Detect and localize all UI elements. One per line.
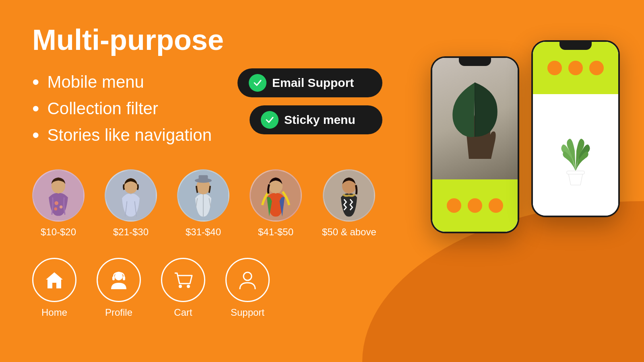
- svg-point-3: [60, 206, 63, 209]
- hand-plant-svg: [447, 78, 503, 159]
- feature-badges: Email Support Sticky menu: [237, 68, 382, 134]
- dot-4: [547, 61, 562, 75]
- price-label-2: $21-$30: [113, 226, 149, 238]
- phones-area: [431, 16, 620, 233]
- cart-icon: [172, 269, 194, 291]
- nav-item-support[interactable]: Support: [225, 258, 270, 318]
- nav-label-home: Home: [41, 307, 67, 318]
- home-icon: [43, 269, 66, 291]
- phone2-content: [533, 42, 618, 216]
- support-circle: [225, 258, 270, 302]
- aloe-svg: [551, 123, 600, 187]
- check-icon-2: [265, 115, 275, 125]
- dot-6: [589, 61, 604, 75]
- check-icon-1: [253, 78, 262, 88]
- dot-1: [447, 198, 461, 213]
- price-item-5[interactable]: $50 & above: [322, 169, 376, 238]
- price-item-2[interactable]: $21-$30: [105, 169, 157, 238]
- svg-point-20: [244, 272, 252, 280]
- phone1-bottom-bar: [432, 179, 518, 232]
- price-avatar-5: [323, 169, 375, 222]
- profile-circle: [97, 258, 141, 302]
- nav-label-cart: Cart: [174, 307, 192, 318]
- sticky-menu-check: [261, 111, 279, 129]
- price-item-4[interactable]: $41-$50: [250, 169, 302, 238]
- price-item-3[interactable]: $31-$40: [177, 169, 229, 238]
- phone1: [431, 56, 519, 233]
- nav-item-profile[interactable]: Profile: [97, 258, 141, 318]
- phone1-image: [432, 58, 518, 179]
- nav-item-home[interactable]: Home: [32, 258, 76, 318]
- nav-label-profile: Profile: [105, 307, 132, 318]
- nav-item-cart[interactable]: Cart: [161, 258, 205, 318]
- dot-2: [468, 198, 482, 213]
- svg-rect-16: [112, 276, 115, 280]
- phone1-notch: [459, 58, 491, 66]
- nav-icons-row: Home Profile: [32, 258, 612, 318]
- email-support-check: [249, 74, 266, 92]
- profile-icon: [108, 269, 130, 291]
- support-icon: [237, 269, 259, 291]
- cart-circle: [161, 258, 205, 302]
- email-support-text: Email Support: [272, 76, 354, 90]
- sticky-menu-text: Sticky menu: [284, 113, 355, 127]
- svg-rect-10: [199, 175, 208, 181]
- phone2-notch: [559, 42, 592, 50]
- svg-rect-17: [123, 276, 125, 280]
- price-label-1: $10-$20: [41, 226, 76, 238]
- phone2: [531, 40, 620, 217]
- svg-point-2: [54, 201, 58, 205]
- phone1-content: [432, 58, 518, 232]
- nav-label-support: Support: [231, 307, 264, 318]
- svg-rect-21: [567, 171, 584, 174]
- price-avatar-1: [32, 169, 85, 222]
- price-avatar-3: [177, 169, 229, 222]
- price-item-1[interactable]: $10-$20: [32, 169, 85, 238]
- price-avatar-4: [250, 169, 302, 222]
- svg-point-19: [187, 285, 190, 288]
- dot-3: [489, 198, 503, 213]
- price-label-5: $50 & above: [322, 226, 376, 238]
- dot-5: [568, 61, 583, 75]
- svg-point-18: [179, 285, 182, 288]
- svg-point-4: [54, 208, 58, 211]
- email-support-badge: Email Support: [237, 68, 382, 97]
- price-label-3: $31-$40: [186, 226, 221, 238]
- price-avatar-2: [105, 169, 157, 222]
- phone2-image: [533, 94, 618, 216]
- sticky-menu-badge: Sticky menu: [250, 105, 382, 134]
- price-label-4: $41-$50: [258, 226, 293, 238]
- home-circle: [32, 258, 76, 302]
